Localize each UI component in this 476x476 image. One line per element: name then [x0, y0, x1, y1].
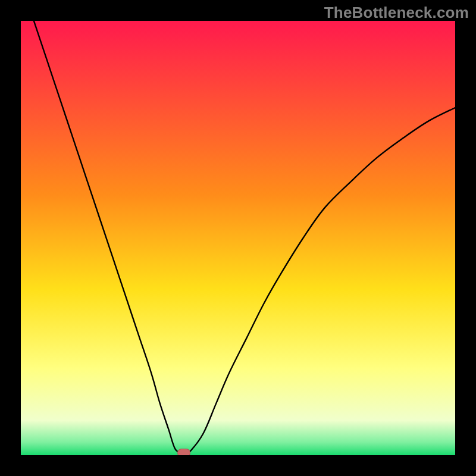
plot-svg: [21, 21, 455, 455]
watermark-text: TheBottleneck.com: [324, 4, 469, 22]
gradient-background: [21, 21, 455, 455]
chart-frame: TheBottleneck.com: [0, 0, 476, 476]
optimum-marker: [177, 449, 190, 455]
plot-area: [21, 21, 455, 455]
